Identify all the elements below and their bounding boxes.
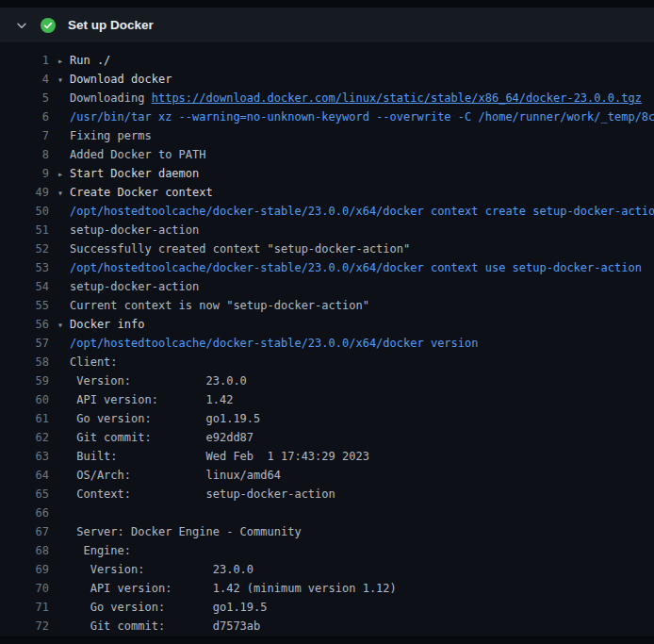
line-content: setup-docker-action <box>49 221 654 239</box>
line-content: ▾Download docker <box>49 70 654 89</box>
chevron-collapsed-icon[interactable]: ▸ <box>57 52 70 70</box>
log-line: 54setup-docker-action <box>0 277 654 296</box>
line-number: 55 <box>0 296 49 315</box>
line-number: 65 <box>0 485 49 504</box>
log-group-header[interactable]: 56▾Docker info <box>0 315 654 334</box>
log-text: /usr/bin/tar xz --warning=no-unknown-key… <box>70 110 654 124</box>
chevron-expanded-icon[interactable]: ▾ <box>57 316 70 334</box>
log-text: Go version: go1.19.5 <box>70 412 260 425</box>
log-line: 72 Git commit: d7573ab <box>0 617 654 636</box>
line-content: setup-docker-action <box>49 277 654 296</box>
line-content: ▸Start Docker daemon <box>49 164 654 183</box>
line-content: Version: 23.0.0 <box>49 372 654 390</box>
log-line: 67 Server: Docker Engine - Community <box>0 522 654 541</box>
log-text: Successfully created context "setup-dock… <box>70 242 410 256</box>
line-content: ▾Docker info <box>49 315 654 334</box>
line-number: 71 <box>0 598 49 617</box>
log-line: 55Current context is now "setup-docker-a… <box>0 296 654 315</box>
log-text: Fixing perms <box>70 129 152 142</box>
log-line: 51setup-docker-action <box>0 221 654 239</box>
log-line: 65 Context: setup-docker-action <box>0 485 654 504</box>
log-line: 52Successfully created context "setup-do… <box>0 239 654 258</box>
log-text: OS/Arch: linux/amd64 <box>70 469 281 482</box>
log-line: 63 Built: Wed Feb 1 17:43:29 2023 <box>0 447 654 466</box>
line-content: Client: <box>49 353 654 372</box>
line-number: 8 <box>0 145 49 164</box>
line-number: 56 <box>0 315 49 334</box>
line-content: Go version: go1.19.5 <box>49 598 654 617</box>
actions-log-page: Set up Docker 1▸Run ./4▾Download docker5… <box>0 0 654 644</box>
line-number: 1 <box>0 51 49 70</box>
line-number: 5 <box>0 89 49 107</box>
log-text: /opt/hostedtoolcache/docker-stable/23.0.… <box>70 337 478 350</box>
line-number: 7 <box>0 126 49 145</box>
line-content: ▾Create Docker context <box>49 183 654 202</box>
log-text: /opt/hostedtoolcache/docker-stable/23.0.… <box>70 261 642 274</box>
group-title: Download docker <box>70 73 172 86</box>
line-content: Server: Docker Engine - Community <box>49 522 654 541</box>
log-text: /opt/hostedtoolcache/docker-stable/23.0.… <box>70 205 654 218</box>
log-text: setup-docker-action <box>70 280 199 293</box>
line-content: OS/Arch: linux/amd64 <box>49 466 654 485</box>
log-text: Context: setup-docker-action <box>70 487 335 501</box>
line-content <box>49 504 654 522</box>
line-content: Fixing perms <box>49 126 654 145</box>
log-line: 66 <box>0 504 654 522</box>
log-text: API version: 1.42 <box>70 393 233 406</box>
log-line: 58Client: <box>0 353 654 372</box>
line-number: 53 <box>0 258 49 277</box>
log-text: Added Docker to PATH <box>70 148 206 161</box>
chevron-down-icon[interactable] <box>15 19 28 32</box>
group-title: Run ./ <box>70 54 110 67</box>
line-content: Built: Wed Feb 1 17:43:29 2023 <box>49 447 654 466</box>
log-link[interactable]: https://download.docker.com/linux/static… <box>152 91 642 105</box>
log-group-header[interactable]: 1▸Run ./ <box>0 51 654 70</box>
log-text: Engine: <box>70 544 131 557</box>
line-number: 61 <box>0 409 49 428</box>
log-text: Client: <box>70 355 118 369</box>
line-number: 6 <box>0 107 49 126</box>
log-line: 71 Go version: go1.19.5 <box>0 598 654 617</box>
log-group-header[interactable]: 49▾Create Docker context <box>0 183 654 202</box>
chevron-expanded-icon[interactable]: ▾ <box>57 184 70 202</box>
line-content: Downloading https://download.docker.com/… <box>49 89 654 107</box>
step-header[interactable]: Set up Docker <box>0 8 654 42</box>
log-text: Git commit: e92dd87 <box>70 431 253 444</box>
log-group-header[interactable]: 9▸Start Docker daemon <box>0 164 654 183</box>
log-line: 68 Engine: <box>0 541 654 560</box>
log-line: 64 OS/Arch: linux/amd64 <box>0 466 654 485</box>
line-content: Context: setup-docker-action <box>49 485 654 504</box>
group-title: Create Docker context <box>70 186 213 199</box>
chevron-collapsed-icon[interactable]: ▸ <box>57 165 70 183</box>
line-number: 59 <box>0 372 49 390</box>
line-content: Version: 23.0.0 <box>49 560 654 579</box>
line-content: Current context is now "setup-docker-act… <box>49 296 654 315</box>
log-line: 50/opt/hostedtoolcache/docker-stable/23.… <box>0 202 654 221</box>
line-number: 66 <box>0 504 49 522</box>
log-text: Version: 23.0.0 <box>70 563 253 576</box>
line-number: 69 <box>0 560 49 579</box>
log-line: 6/usr/bin/tar xz --warning=no-unknown-ke… <box>0 107 654 126</box>
log-group-header[interactable]: 4▾Download docker <box>0 70 654 89</box>
log-line: 8Added Docker to PATH <box>0 145 654 164</box>
line-content: /opt/hostedtoolcache/docker-stable/23.0.… <box>49 334 654 353</box>
log-line: 5Downloading https://download.docker.com… <box>0 89 654 107</box>
line-number: 68 <box>0 541 49 560</box>
log-line: 70 API version: 1.42 (minimum version 1.… <box>0 579 654 598</box>
log-line: 69 Version: 23.0.0 <box>0 560 654 579</box>
line-content: /opt/hostedtoolcache/docker-stable/23.0.… <box>49 258 654 277</box>
log-line: 7Fixing perms <box>0 126 654 145</box>
log-text: Downloading <box>70 91 152 105</box>
line-number: 4 <box>0 70 49 89</box>
success-check-icon <box>41 18 56 33</box>
group-title: Start Docker daemon <box>70 167 199 180</box>
line-number: 50 <box>0 202 49 221</box>
log-text: Version: 23.0.0 <box>70 374 247 388</box>
line-number: 49 <box>0 183 49 202</box>
line-number: 58 <box>0 353 49 372</box>
chevron-expanded-icon[interactable]: ▾ <box>57 71 70 89</box>
line-number: 63 <box>0 447 49 466</box>
line-number: 9 <box>0 164 49 183</box>
log-text: Built: Wed Feb 1 17:43:29 2023 <box>70 450 369 463</box>
line-content: Git commit: e92dd87 <box>49 428 654 447</box>
